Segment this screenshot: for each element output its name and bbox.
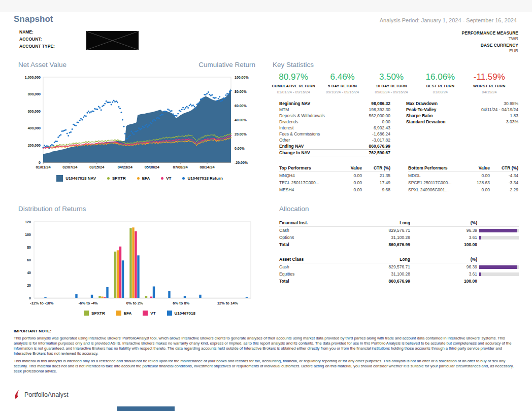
legend-item: U10467018 NAV (56, 175, 96, 182)
svg-text:400,000: 400,000 (28, 126, 41, 130)
svg-text:08/14/24: 08/14/24 (200, 165, 215, 169)
table-row: MTM198,392.30 (279, 107, 390, 113)
table-row: MDGL0.00-4.34 (408, 172, 518, 179)
distribution-chart: 020406080100120-12% to -10%-6% to -4%0% … (20, 218, 259, 309)
table-row: Change In NAV762,590.67 (279, 150, 390, 156)
distribution-title: Distribution of Returns (18, 205, 86, 213)
svg-text:40: 40 (27, 271, 31, 275)
risk-summary-table: Max Drawdown30.98%Peak-To-Valley04/11/24… (406, 100, 518, 125)
top-strip (0, 0, 532, 12)
table-row: Cash829,576.7196.39 (279, 263, 519, 270)
table-row: Peak-To-Valley04/11/24 - 04/19/24 (406, 107, 518, 113)
table-header-row: Bottom PerformersValueCTR (%) (408, 164, 518, 172)
name-label: NAME: (19, 29, 34, 35)
brand-name: PortfolioAnalyst (24, 391, 69, 398)
table-total-row: Total860,676.99100.00 (279, 278, 519, 285)
legend-item: EFA (137, 176, 150, 181)
table-total-row: Total860,676.99100.00 (279, 241, 519, 248)
allocation-title: Allocation (279, 205, 309, 213)
key-stat: -11.59%WORST RETURN04/19/24 (465, 72, 514, 94)
table-row: Cash829,576.7196.39 (279, 227, 519, 234)
svg-text:600,000: 600,000 (28, 110, 41, 114)
legend-item: EFA (116, 311, 132, 316)
table-header-row: Financial Inst.Long(%) (279, 219, 519, 227)
svg-text:200,000: 200,000 (28, 144, 41, 148)
table-row: MESH40.009.68 (279, 186, 390, 193)
key-stat: 6.46%5 DAY RETURN09/10/24 - 09/16/24 (318, 72, 367, 94)
table-row: Ending NAV860,676.99 (279, 143, 390, 150)
svg-text:20: 20 (27, 284, 31, 287)
nav-summary-table: Beginning NAV98,086.32MTM198,392.30Depos… (279, 100, 390, 156)
percent-bar (477, 236, 519, 239)
table-row: Deposits & Withdrawals562,000.00 (279, 113, 390, 119)
table-row: MNQH40.0021.35 (279, 172, 390, 179)
performance-measure-label: PERFORMANCE MEASURE (462, 30, 518, 36)
legend-swatch-icon (182, 177, 185, 180)
snapshot-report-page: Snapshot Analysis Period: January 1, 202… (0, 0, 532, 411)
note-heading: IMPORTANT NOTE: (14, 329, 518, 333)
allocation-financial-inst-table: Financial Inst.Long(%)Cash829,576.7196.3… (279, 219, 519, 248)
legend-swatch-icon (116, 311, 121, 316)
svg-text:800,000: 800,000 (28, 92, 41, 96)
key-stats-row: 80.97%CUMULATIVE RETURN01/01/24 - 09/16/… (269, 72, 514, 94)
table-row: Other-3,017.82 (279, 137, 390, 143)
key-stat: 3.50%10 DAY RETURN09/03/24 - 09/16/24 (367, 72, 416, 94)
legend-swatch-icon (167, 311, 172, 316)
svg-text:-6% to -4%: -6% to -4% (79, 301, 98, 305)
bottom-blue-bar (117, 406, 175, 411)
table-row: Dividends0.00 (279, 119, 390, 125)
account-label: ACCOUNT: (19, 37, 42, 42)
svg-text:12% to 14%: 12% to 14% (217, 301, 239, 305)
svg-text:07/08/24: 07/08/24 (173, 165, 188, 169)
table-header-row: Asset ClassLong(%) (279, 256, 519, 263)
table-row: Equities31,100.283.61 (279, 270, 519, 278)
legend-swatch-icon (137, 177, 140, 180)
distribution-legend: SPXTREFAVTU10467018 (20, 311, 259, 316)
legend-swatch-icon (107, 177, 110, 180)
legend-item: VT (143, 311, 155, 316)
svg-text:40.00%: 40.00% (235, 118, 247, 122)
table-row: Sharpe Ratio1.83 (406, 113, 518, 119)
note-paragraph-1: This portfolio analysis was generated us… (14, 336, 518, 356)
svg-text:-12% to -10%: -12% to -10% (30, 301, 54, 305)
footer: PortfolioAnalyst (14, 390, 69, 399)
svg-text:60.00%: 60.00% (235, 104, 247, 108)
percent-bar (477, 229, 519, 232)
table-row: Options31,100.283.61 (279, 234, 519, 241)
legend-item: SPXTR (84, 311, 105, 316)
svg-text:6% to 8%: 6% to 8% (173, 301, 189, 305)
legend-item: SPXTR (107, 176, 126, 181)
svg-text:0% to 2%: 0% to 2% (126, 301, 143, 305)
performance-measure-value: TWR (509, 36, 518, 41)
table-row: SPXL 240906C001...0.00-2.29 (408, 186, 518, 193)
table-row: SPCE1 250117C000...128.63-3.34 (408, 179, 518, 186)
key-statistics-title: Key Statistics (273, 61, 314, 68)
key-stat: 80.97%CUMULATIVE RETURN01/01/24 - 09/16/… (269, 72, 318, 94)
allocation-asset-class-table: Asset ClassLong(%)Cash829,576.7196.39Equ… (279, 256, 519, 285)
svg-text:100: 100 (25, 233, 31, 236)
legend-item: U10467018 (167, 311, 195, 316)
svg-text:0: 0 (39, 161, 41, 164)
base-currency-label: BASE CURRENCY (481, 43, 518, 48)
table-row: Interest6,902.43 (279, 125, 390, 131)
table-row: TECL 250117C000...0.0017.49 (279, 179, 390, 186)
percent-bar (477, 265, 519, 269)
legend-swatch-icon (84, 311, 89, 316)
cumulative-return-title: Cumulative Return (179, 61, 255, 68)
legend-swatch-icon (143, 311, 148, 316)
top-performers-table: Top PerformersValueCTR (%)MNQH40.0021.35… (279, 164, 390, 193)
table-row: Fees & Commissions-1,686.24 (279, 131, 390, 137)
nav-chart-legend: U10467018 NAVSPXTREFAVTU10467018 Return (13, 175, 267, 182)
svg-text:60: 60 (27, 258, 31, 262)
svg-text:0.00%: 0.00% (235, 147, 245, 150)
legend-item: VT (161, 176, 171, 181)
legend-swatch-icon (56, 175, 63, 182)
portfolioanalyst-logo-icon (14, 390, 21, 399)
svg-text:100.00%: 100.00% (235, 76, 249, 79)
svg-text:-20.00%: -20.00% (235, 161, 248, 164)
table-row: Max Drawdown30.98% (406, 100, 518, 107)
account-type-label: ACCOUNT TYPE: (19, 44, 55, 49)
svg-text:80.00%: 80.00% (235, 90, 247, 93)
svg-text:03/15/24: 03/15/24 (89, 165, 105, 169)
svg-text:01/01/24: 01/01/24 (36, 165, 51, 169)
